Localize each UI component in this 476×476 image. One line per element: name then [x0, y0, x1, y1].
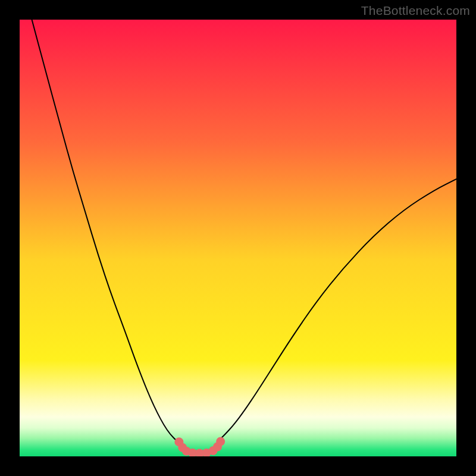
gradient-background	[20, 20, 456, 456]
chart-frame: TheBottleneck.com	[0, 0, 476, 476]
plot-area	[20, 20, 456, 456]
watermark-text: TheBottleneck.com	[361, 4, 470, 18]
chart-svg	[20, 20, 456, 456]
data-point	[216, 437, 225, 446]
